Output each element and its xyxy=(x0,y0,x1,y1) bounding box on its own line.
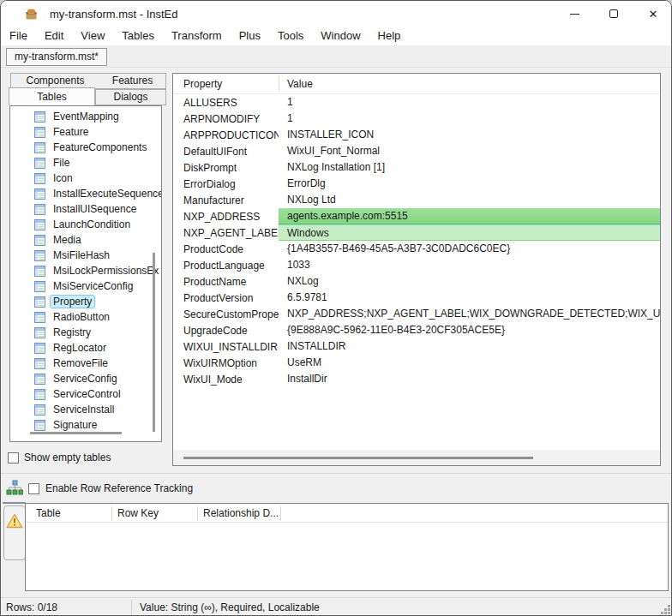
table-tree-item[interactable]: RemoveFile xyxy=(10,356,161,371)
property-value-cell[interactable]: {1A4B3557-B469-45A5-A3B7-3C0DADC6C0EC} xyxy=(279,241,660,257)
property-value-cell[interactable]: NXLog Installation [1] xyxy=(279,159,660,176)
table-tree-item[interactable]: LaunchCondition xyxy=(10,217,161,232)
property-row[interactable]: UpgradeCode {9E888A9C-5962-11E0-B4E3-20C… xyxy=(173,322,660,338)
menu-item[interactable]: Tools xyxy=(269,27,312,45)
table-icon xyxy=(34,188,45,200)
table-name: LaunchCondition xyxy=(50,218,134,231)
property-value-cell[interactable]: UseRM xyxy=(279,355,660,371)
property-value-cell[interactable]: WixUI_Font_Normal xyxy=(279,143,660,159)
tab-tables[interactable]: Tables xyxy=(9,87,95,105)
property-row[interactable]: WIXUI_INSTALLDIR INSTALLDIR xyxy=(173,338,660,355)
tab-features[interactable]: Features xyxy=(99,73,166,89)
property-name-cell: DefaultUIFont xyxy=(173,146,279,158)
table-name: ServiceConfig xyxy=(50,372,121,386)
menu-item[interactable]: Help xyxy=(369,27,410,45)
property-value-cell[interactable]: 6.5.9781 xyxy=(279,290,660,306)
minimize-button[interactable] xyxy=(555,1,594,27)
show-empty-tables-checkbox[interactable] xyxy=(8,452,19,463)
table-tree-item[interactable]: MsiLockPermissionsEx xyxy=(10,263,161,278)
table-tree-item[interactable]: EventMapping xyxy=(10,109,161,124)
property-row[interactable]: SecureCustomProperties NXP_ADDRESS;NXP_A… xyxy=(173,306,660,322)
menu-item[interactable]: Window xyxy=(312,27,369,45)
row-reference-tracking-checkbox[interactable] xyxy=(28,483,39,494)
tree-vertical-scrollbar[interactable] xyxy=(153,253,155,432)
property-row[interactable]: DefaultUIFont WixUI_Font_Normal xyxy=(173,143,660,159)
table-icon xyxy=(34,296,45,308)
column-header-property[interactable]: Property xyxy=(173,78,279,90)
property-value-cell[interactable]: NXLog xyxy=(279,273,660,290)
grid-horizontal-scrollbar[interactable] xyxy=(183,457,533,459)
column-divider[interactable] xyxy=(197,506,198,521)
document-tab-strip: my-transform.mst* xyxy=(1,45,672,68)
property-row[interactable]: DiskPrompt NXLog Installation [1] xyxy=(173,159,660,176)
menu-item[interactable]: Tables xyxy=(113,27,163,45)
table-tree-item[interactable]: InstallUISequence xyxy=(10,201,161,217)
property-value-cell[interactable]: 1033 xyxy=(279,257,660,273)
table-name: Signature xyxy=(50,418,100,432)
table-tree-item[interactable]: RadioButton xyxy=(10,309,161,325)
property-value-cell[interactable]: INSTALLER_ICON xyxy=(279,127,660,143)
column-divider[interactable] xyxy=(280,506,281,521)
table-tree-item[interactable]: MsiServiceConfig xyxy=(10,278,161,294)
menu-item[interactable]: File xyxy=(1,27,36,45)
table-tree-item[interactable]: File xyxy=(10,155,161,170)
table-tree-item[interactable]: ServiceConfig xyxy=(10,371,161,386)
close-button[interactable]: ✕ xyxy=(633,1,672,27)
column-header-table[interactable]: Table xyxy=(36,507,61,519)
property-value-cell[interactable]: NXLog Ltd xyxy=(279,192,660,208)
property-value-cell[interactable]: 1 xyxy=(279,111,660,127)
table-tree-item[interactable]: Property xyxy=(10,294,161,309)
property-row[interactable]: ErrorDialog ErrorDlg xyxy=(173,176,660,192)
property-row[interactable]: ALLUSERS 1 xyxy=(173,94,660,111)
table-tree-item[interactable]: Media xyxy=(10,232,161,248)
property-row[interactable]: WixUIRMOption UseRM xyxy=(173,355,660,371)
property-row[interactable]: ProductCode {1A4B3557-B469-45A5-A3B7-3C0… xyxy=(173,241,660,257)
property-value-cell[interactable]: INSTALLDIR xyxy=(279,338,660,355)
issues-tab[interactable] xyxy=(3,505,26,560)
table-tree-item[interactable]: ServiceControl xyxy=(10,386,161,402)
column-divider[interactable] xyxy=(111,506,112,521)
table-tree-item[interactable]: Registry xyxy=(10,325,161,340)
property-value-cell[interactable]: Windows xyxy=(279,224,660,241)
property-row[interactable]: Manufacturer NXLog Ltd xyxy=(173,192,660,208)
property-value-cell[interactable]: NXP_ADDRESS;NXP_AGENT_LABEL;WIX_DOWNGRAD… xyxy=(279,306,660,322)
menu-item[interactable]: Transform xyxy=(163,27,231,45)
menu-item[interactable]: View xyxy=(72,27,113,45)
property-value-cell[interactable]: agents.example.com:5515 xyxy=(279,208,660,224)
property-row[interactable]: ProductLanguage 1033 xyxy=(173,257,660,273)
table-tree-item[interactable]: RegLocator xyxy=(10,340,161,356)
tab-dialogs[interactable]: Dialogs xyxy=(95,89,166,105)
property-value-cell[interactable]: ErrorDlg xyxy=(279,176,660,192)
property-row[interactable]: WixUI_Mode InstallDir xyxy=(173,371,660,387)
property-row[interactable]: ARPPRODUCTICON INSTALLER_ICON xyxy=(173,127,660,143)
column-divider[interactable] xyxy=(279,76,279,92)
column-header-relationship[interactable]: Relationship D... xyxy=(203,507,279,519)
property-grid-rows: ALLUSERS 1 ARPNOMODIFY 1 ARPPRODUCTICON … xyxy=(173,94,660,387)
table-tree-item[interactable]: Signature xyxy=(10,417,161,433)
table-icon xyxy=(34,111,45,123)
menu-item[interactable]: Edit xyxy=(36,27,72,45)
table-icon xyxy=(34,127,45,138)
column-header-row-key[interactable]: Row Key xyxy=(117,507,159,519)
property-row[interactable]: NXP_ADDRESS agents.example.com:5515 xyxy=(173,208,660,224)
property-row[interactable]: ProductVersion 6.5.9781 xyxy=(173,290,660,306)
column-header-value[interactable]: Value xyxy=(279,78,313,90)
property-value-cell[interactable]: {9E888A9C-5962-11E0-B4E3-20CF305ACE5E} xyxy=(279,322,660,338)
resize-grip[interactable] xyxy=(660,604,671,615)
table-tree-item[interactable]: ServiceInstall xyxy=(10,402,161,417)
table-tree-item[interactable]: FeatureComponents xyxy=(10,140,161,155)
property-row[interactable]: ARPNOMODIFY 1 xyxy=(173,111,660,127)
maximize-button[interactable] xyxy=(594,1,633,27)
table-tree-item[interactable]: MsiFileHash xyxy=(10,248,161,263)
menu-item[interactable]: Plus xyxy=(231,27,269,45)
property-value-cell[interactable]: 1 xyxy=(279,94,660,111)
document-tab[interactable]: my-transform.mst* xyxy=(6,48,107,66)
property-value-cell[interactable]: InstallDir xyxy=(279,371,660,387)
tree-horizontal-scrollbar[interactable] xyxy=(30,432,122,434)
table-tree-item[interactable]: Icon xyxy=(10,170,161,186)
table-icon xyxy=(34,374,45,385)
table-tree-item[interactable]: InstallExecuteSequence xyxy=(10,186,161,201)
table-tree-item[interactable]: Feature xyxy=(10,124,161,140)
property-row[interactable]: NXP_AGENT_LABEL Windows xyxy=(173,224,660,241)
property-row[interactable]: ProductName NXLog xyxy=(173,273,660,290)
